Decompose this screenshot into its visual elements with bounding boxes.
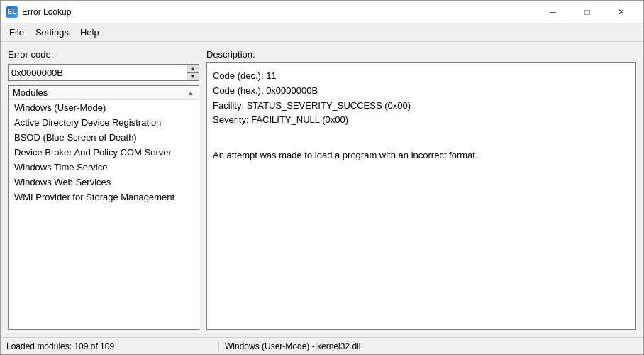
spin-buttons: ▲ ▼: [187, 64, 199, 81]
desc-line-1: Code (hex.): 0x0000000B: [213, 84, 630, 99]
description-section-codes: Code (dec.): 11 Code (hex.): 0x0000000B …: [213, 69, 630, 128]
title-bar: EL Error Lookup ─ □ ✕: [1, 1, 643, 23]
menu-settings[interactable]: Settings: [30, 25, 74, 40]
menu-file[interactable]: File: [4, 25, 30, 40]
spin-up-button[interactable]: ▲: [187, 65, 199, 73]
description-box: Code (dec.): 11 Code (hex.): 0x0000000B …: [206, 62, 636, 330]
error-code-label: Error code:: [8, 49, 199, 60]
modules-header: Modules ▲: [9, 86, 199, 100]
status-left: Loaded modules: 109 of 109: [1, 342, 219, 351]
window-title: Error Lookup: [22, 7, 537, 17]
modules-list-box[interactable]: Modules ▲ Windows (User-Mode) Active Dir…: [8, 85, 199, 330]
title-bar-controls: ─ □ ✕: [537, 4, 638, 20]
status-right: Windows (User-Mode) - kernel32.dll: [219, 342, 643, 351]
module-item-4[interactable]: Windows Time Service: [9, 160, 199, 175]
description-label: Description:: [206, 49, 636, 60]
spin-down-button[interactable]: ▼: [187, 73, 199, 81]
minimize-button[interactable]: ─: [537, 4, 570, 20]
right-panel: Description: Code (dec.): 11 Code (hex.)…: [206, 49, 636, 330]
menu-help[interactable]: Help: [74, 25, 105, 40]
module-item-3[interactable]: Device Broker And Policy COM Server: [9, 145, 199, 160]
desc-line-3: Severity: FACILITY_NULL (0x00): [213, 113, 630, 128]
main-content: Error code: ▲ ▼ Modules ▲ Windows (User-…: [1, 42, 643, 337]
status-bar: Loaded modules: 109 of 109 Windows (User…: [1, 337, 643, 354]
desc-line-0: Code (dec.): 11: [213, 69, 630, 84]
desc-line-2: Facility: STATUS_SEVERITY_SUCCESS (0x00): [213, 99, 630, 114]
error-code-input[interactable]: [8, 64, 187, 81]
module-item-6[interactable]: WMI Provider for Storage Management: [9, 190, 199, 204]
error-code-row: ▲ ▼: [8, 64, 199, 81]
app-icon: EL: [6, 6, 18, 18]
left-panel: Error code: ▲ ▼ Modules ▲ Windows (User-…: [8, 49, 199, 330]
module-item-2[interactable]: BSOD (Blue Screen of Death): [9, 130, 199, 145]
menu-bar: File Settings Help: [1, 23, 643, 42]
modules-chevron-icon: ▲: [187, 89, 194, 97]
module-item-0[interactable]: Windows (User-Mode): [9, 100, 199, 115]
desc-line-5: An attempt was made to load a program wi…: [213, 148, 630, 163]
close-button[interactable]: ✕: [605, 4, 638, 20]
module-item-5[interactable]: Windows Web Services: [9, 175, 199, 190]
main-window: EL Error Lookup ─ □ ✕ File Settings Help…: [0, 0, 644, 355]
maximize-button[interactable]: □: [571, 4, 604, 20]
module-item-1[interactable]: Active Directory Device Registration: [9, 115, 199, 130]
